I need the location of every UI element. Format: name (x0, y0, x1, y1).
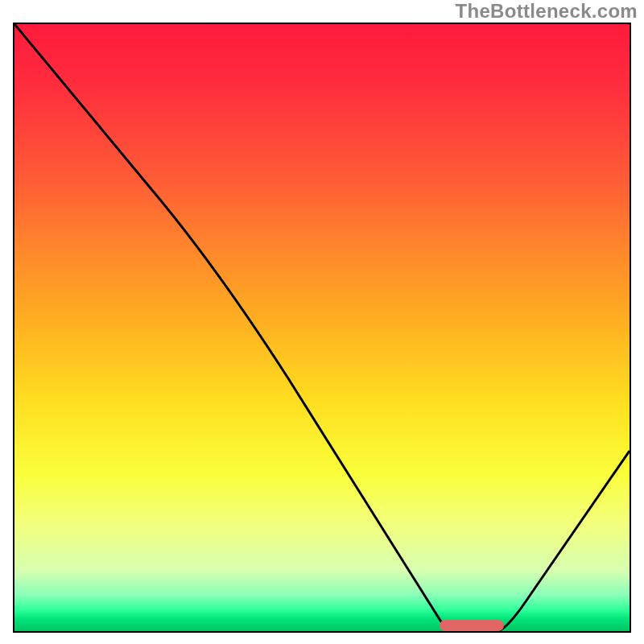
bottleneck-curve-path (14, 24, 630, 631)
plot-area (13, 23, 631, 633)
chart-frame: TheBottleneck.com (0, 0, 644, 644)
watermark-text: TheBottleneck.com (456, 0, 638, 23)
optimal-marker (440, 620, 504, 631)
curve-svg (14, 24, 630, 631)
